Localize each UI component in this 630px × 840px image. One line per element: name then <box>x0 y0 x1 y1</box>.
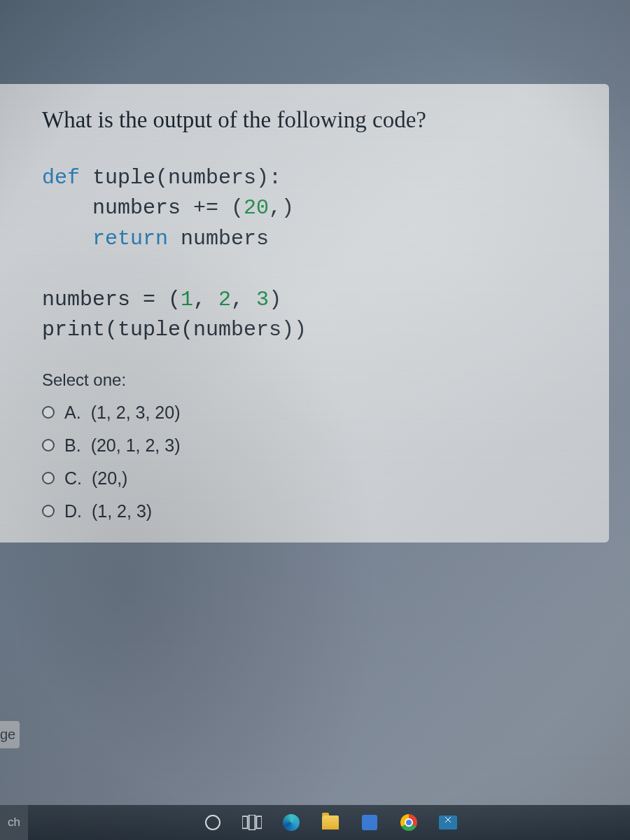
question-text: What is the output of the following code… <box>42 105 588 135</box>
option-b[interactable]: B. (20, 1, 2, 3) <box>42 435 588 456</box>
option-text: (1, 2, 3) <box>92 501 152 522</box>
option-text: (20, 1, 2, 3) <box>91 435 181 456</box>
taskbar-search-fragment[interactable]: ch <box>0 805 28 840</box>
mail-app-icon[interactable] <box>438 813 458 832</box>
microsoft-store-icon[interactable] <box>360 813 379 832</box>
radio-icon[interactable] <box>42 472 55 484</box>
radio-icon[interactable] <box>42 439 55 451</box>
option-text: (20,) <box>92 468 127 489</box>
number-literal: 20 <box>244 196 269 220</box>
option-letter: B. <box>64 435 81 456</box>
svg-rect-2 <box>256 816 262 828</box>
keyword-def: def <box>42 166 80 190</box>
options-list: A. (1, 2, 3, 20) B. (20, 1, 2, 3) C. (20… <box>42 402 588 522</box>
chrome-browser-icon[interactable] <box>399 813 419 832</box>
keyword-return: return <box>42 227 168 251</box>
option-d[interactable]: D. (1, 2, 3) <box>42 501 588 522</box>
svg-rect-1 <box>249 815 255 830</box>
taskbar-icons <box>203 813 458 832</box>
nav-label-fragment: ge <box>0 727 15 742</box>
option-letter: A. <box>64 402 81 423</box>
option-letter: C. <box>64 468 82 489</box>
edge-browser-icon[interactable] <box>281 813 301 832</box>
page-nav-button[interactable]: ge <box>0 721 20 748</box>
radio-icon[interactable] <box>42 406 55 419</box>
quiz-question-panel: What is the output of the following code… <box>0 84 609 542</box>
task-view-icon[interactable] <box>242 813 262 832</box>
option-text: (1, 2, 3, 20) <box>91 402 181 423</box>
option-c[interactable]: C. (20,) <box>42 468 588 489</box>
option-a[interactable]: A. (1, 2, 3, 20) <box>42 402 588 423</box>
svg-rect-0 <box>242 816 248 828</box>
windows-taskbar: ch <box>0 805 630 840</box>
option-letter: D. <box>64 501 82 522</box>
radio-icon[interactable] <box>42 505 55 517</box>
cortana-icon[interactable] <box>203 813 223 832</box>
code-block: def tuple(numbers): numbers += (20,) ret… <box>42 163 588 346</box>
file-explorer-icon[interactable] <box>321 813 340 832</box>
select-one-prompt: Select one: <box>42 370 588 390</box>
